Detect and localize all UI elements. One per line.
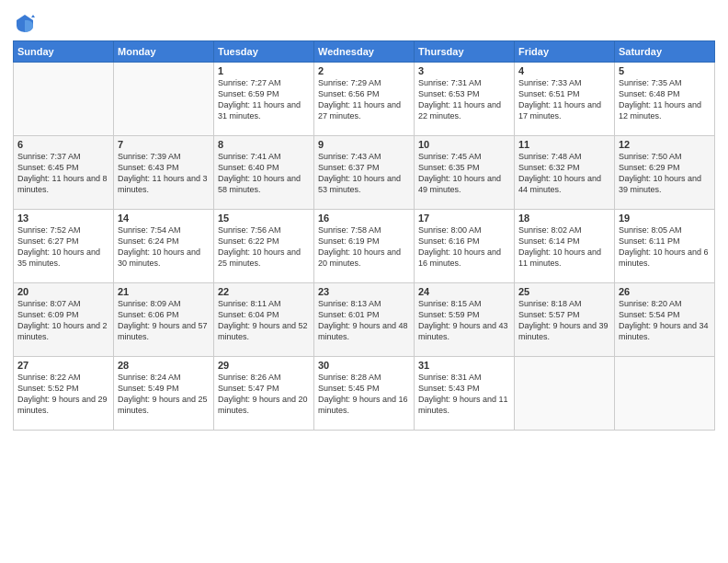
day-info: Sunrise: 7:41 AMSunset: 6:40 PMDaylight:… [218, 151, 310, 196]
day-number: 4 [518, 65, 610, 76]
day-info: Sunrise: 8:05 AMSunset: 6:11 PMDaylight:… [619, 224, 711, 270]
day-number: 26 [619, 286, 711, 297]
day-number: 2 [318, 65, 410, 76]
day-cell: 2Sunrise: 7:29 AMSunset: 6:56 PMDaylight… [314, 63, 415, 136]
day-cell: 14Sunrise: 7:54 AMSunset: 6:24 PMDayligh… [114, 210, 214, 283]
day-cell: 12Sunrise: 7:50 AMSunset: 6:29 PMDayligh… [615, 136, 715, 210]
day-header-saturday: Saturday [615, 41, 715, 63]
logo-icon [15, 13, 35, 33]
day-cell: 21Sunrise: 8:09 AMSunset: 6:06 PMDayligh… [114, 283, 214, 357]
day-info: Sunrise: 8:28 AMSunset: 5:45 PMDaylight:… [318, 372, 410, 417]
day-cell: 11Sunrise: 7:48 AMSunset: 6:32 PMDayligh… [515, 136, 615, 210]
day-cell: 6Sunrise: 7:37 AMSunset: 6:45 PMDaylight… [14, 136, 114, 210]
day-number: 8 [218, 139, 310, 150]
header [13, 9, 715, 33]
day-info: Sunrise: 8:11 AMSunset: 6:04 PMDaylight:… [218, 298, 310, 343]
day-info: Sunrise: 7:58 AMSunset: 6:19 PMDaylight:… [318, 224, 410, 270]
day-info: Sunrise: 7:54 AMSunset: 6:24 PMDaylight:… [118, 224, 210, 270]
day-number: 28 [118, 360, 210, 371]
day-cell [14, 63, 114, 136]
day-cell: 23Sunrise: 8:13 AMSunset: 6:01 PMDayligh… [314, 283, 415, 357]
day-number: 27 [17, 360, 109, 371]
day-info: Sunrise: 7:43 AMSunset: 6:37 PMDaylight:… [318, 151, 410, 196]
day-cell: 16Sunrise: 7:58 AMSunset: 6:19 PMDayligh… [314, 210, 415, 283]
day-info: Sunrise: 8:15 AMSunset: 5:59 PMDaylight:… [418, 298, 510, 343]
day-info: Sunrise: 7:56 AMSunset: 6:22 PMDaylight:… [218, 224, 310, 270]
day-info: Sunrise: 8:02 AMSunset: 6:14 PMDaylight:… [518, 224, 610, 270]
day-cell: 8Sunrise: 7:41 AMSunset: 6:40 PMDaylight… [214, 136, 314, 210]
day-cell: 18Sunrise: 8:02 AMSunset: 6:14 PMDayligh… [515, 210, 615, 283]
day-cell: 15Sunrise: 7:56 AMSunset: 6:22 PMDayligh… [214, 210, 314, 283]
day-number: 16 [318, 213, 410, 224]
day-info: Sunrise: 7:48 AMSunset: 6:32 PMDaylight:… [518, 151, 610, 196]
week-row-2: 13Sunrise: 7:52 AMSunset: 6:27 PMDayligh… [14, 210, 715, 283]
logo [13, 13, 35, 33]
day-number: 14 [118, 213, 210, 224]
day-cell: 29Sunrise: 8:26 AMSunset: 5:47 PMDayligh… [214, 357, 314, 431]
day-info: Sunrise: 8:22 AMSunset: 5:52 PMDaylight:… [17, 372, 109, 417]
day-info: Sunrise: 7:35 AMSunset: 6:48 PMDaylight:… [619, 77, 711, 122]
day-cell: 28Sunrise: 8:24 AMSunset: 5:49 PMDayligh… [114, 357, 214, 431]
day-header-thursday: Thursday [415, 41, 515, 63]
day-info: Sunrise: 8:13 AMSunset: 6:01 PMDaylight:… [318, 298, 410, 343]
day-number: 25 [518, 286, 610, 297]
day-cell: 26Sunrise: 8:20 AMSunset: 5:54 PMDayligh… [615, 283, 715, 357]
day-info: Sunrise: 8:00 AMSunset: 6:16 PMDaylight:… [418, 224, 510, 270]
day-cell: 13Sunrise: 7:52 AMSunset: 6:27 PMDayligh… [14, 210, 114, 283]
day-header-wednesday: Wednesday [314, 41, 415, 63]
day-number: 10 [418, 139, 510, 150]
day-number: 15 [218, 213, 310, 224]
day-number: 24 [418, 286, 510, 297]
day-cell: 3Sunrise: 7:31 AMSunset: 6:53 PMDaylight… [415, 63, 515, 136]
day-info: Sunrise: 8:31 AMSunset: 5:43 PMDaylight:… [418, 372, 510, 417]
day-header-friday: Friday [515, 41, 615, 63]
day-number: 3 [418, 65, 510, 76]
day-number: 21 [118, 286, 210, 297]
day-info: Sunrise: 7:39 AMSunset: 6:43 PMDaylight:… [118, 151, 210, 196]
day-number: 17 [418, 213, 510, 224]
day-number: 7 [118, 139, 210, 150]
day-cell: 20Sunrise: 8:07 AMSunset: 6:09 PMDayligh… [14, 283, 114, 357]
day-cell: 25Sunrise: 8:18 AMSunset: 5:57 PMDayligh… [515, 283, 615, 357]
day-cell: 5Sunrise: 7:35 AMSunset: 6:48 PMDaylight… [615, 63, 715, 136]
svg-marker-0 [31, 15, 35, 17]
week-row-4: 27Sunrise: 8:22 AMSunset: 5:52 PMDayligh… [14, 357, 715, 431]
day-number: 13 [17, 213, 109, 224]
day-number: 11 [518, 139, 610, 150]
day-number: 6 [17, 139, 109, 150]
day-info: Sunrise: 8:07 AMSunset: 6:09 PMDaylight:… [17, 298, 109, 343]
day-info: Sunrise: 7:45 AMSunset: 6:35 PMDaylight:… [418, 151, 510, 196]
day-number: 5 [619, 65, 711, 76]
day-number: 22 [218, 286, 310, 297]
day-number: 18 [518, 213, 610, 224]
day-number: 23 [318, 286, 410, 297]
day-cell: 22Sunrise: 8:11 AMSunset: 6:04 PMDayligh… [214, 283, 314, 357]
calendar-table: SundayMondayTuesdayWednesdayThursdayFrid… [13, 40, 715, 431]
week-row-3: 20Sunrise: 8:07 AMSunset: 6:09 PMDayligh… [14, 283, 715, 357]
day-info: Sunrise: 7:37 AMSunset: 6:45 PMDaylight:… [17, 151, 109, 196]
day-info: Sunrise: 8:24 AMSunset: 5:49 PMDaylight:… [118, 372, 210, 417]
calendar-header-row: SundayMondayTuesdayWednesdayThursdayFrid… [14, 41, 715, 63]
calendar-container: SundayMondayTuesdayWednesdayThursdayFrid… [0, 0, 728, 563]
day-number: 30 [318, 360, 410, 371]
day-cell [615, 357, 715, 431]
day-number: 9 [318, 139, 410, 150]
day-info: Sunrise: 8:09 AMSunset: 6:06 PMDaylight:… [118, 298, 210, 343]
day-info: Sunrise: 7:31 AMSunset: 6:53 PMDaylight:… [418, 77, 510, 122]
day-cell: 7Sunrise: 7:39 AMSunset: 6:43 PMDaylight… [114, 136, 214, 210]
day-cell [515, 357, 615, 431]
day-info: Sunrise: 7:29 AMSunset: 6:56 PMDaylight:… [318, 77, 410, 122]
day-cell: 19Sunrise: 8:05 AMSunset: 6:11 PMDayligh… [615, 210, 715, 283]
day-info: Sunrise: 7:27 AMSunset: 6:59 PMDaylight:… [218, 77, 310, 122]
day-cell: 30Sunrise: 8:28 AMSunset: 5:45 PMDayligh… [314, 357, 415, 431]
week-row-0: 1Sunrise: 7:27 AMSunset: 6:59 PMDaylight… [14, 63, 715, 136]
day-cell: 9Sunrise: 7:43 AMSunset: 6:37 PMDaylight… [314, 136, 415, 210]
day-header-monday: Monday [114, 41, 214, 63]
day-header-tuesday: Tuesday [214, 41, 314, 63]
day-header-sunday: Sunday [14, 41, 114, 63]
day-number: 1 [218, 65, 310, 76]
day-info: Sunrise: 8:18 AMSunset: 5:57 PMDaylight:… [518, 298, 610, 343]
day-cell: 24Sunrise: 8:15 AMSunset: 5:59 PMDayligh… [415, 283, 515, 357]
day-cell [114, 63, 214, 136]
day-cell: 31Sunrise: 8:31 AMSunset: 5:43 PMDayligh… [415, 357, 515, 431]
